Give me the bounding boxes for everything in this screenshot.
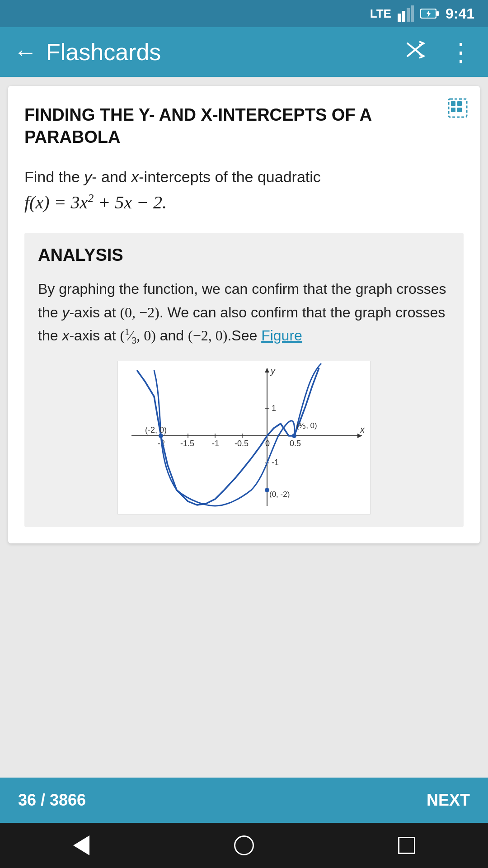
graph-image: -2 -1.5 -1 -0.5 0 0.5 (117, 361, 371, 514)
home-nav-button[interactable] (228, 830, 260, 861)
svg-rect-1 (402, 11, 405, 22)
svg-rect-12 (457, 101, 462, 106)
card-title: FINDING THE Y- AND X-INTERCEPTS OF A PAR… (24, 104, 464, 149)
card-counter: 36 / 3866 (18, 791, 86, 810)
svg-text:0: 0 (265, 439, 270, 448)
svg-text:0.5: 0.5 (290, 439, 301, 448)
svg-point-39 (265, 488, 269, 492)
app-bar-title: Flashcards (46, 38, 407, 66)
home-nav-icon (234, 835, 254, 855)
analysis-box: ANALYSIS By graphing the function, we ca… (24, 233, 464, 527)
bottom-bar: 36 / 3866 NEXT (0, 778, 488, 823)
recent-nav-icon (398, 837, 415, 854)
more-options-icon[interactable]: ⋮ (448, 38, 474, 67)
svg-text:(0, -2): (0, -2) (269, 490, 290, 499)
svg-rect-5 (436, 11, 439, 16)
shuffle-icon[interactable] (407, 40, 430, 65)
nav-bar (0, 823, 488, 868)
app-bar: ← Flashcards ⋮ (0, 27, 488, 77)
shuffle-svg (407, 40, 430, 60)
lte-indicator: LTE (370, 7, 391, 21)
recent-nav-button[interactable] (391, 830, 422, 861)
svg-text:(¹⁄₃, 0): (¹⁄₃, 0) (296, 421, 317, 430)
content-area: FINDING THE Y- AND X-INTERCEPTS OF A PAR… (0, 77, 488, 778)
card-options-button[interactable] (446, 96, 470, 120)
svg-rect-11 (451, 101, 455, 106)
signal-icon (398, 5, 414, 22)
card-question: Find the y- and x-intercepts of the quad… (24, 165, 464, 217)
svg-text:1: 1 (272, 404, 276, 413)
svg-text:-0.5: -0.5 (235, 439, 249, 448)
svg-text:y: y (270, 366, 276, 376)
svg-rect-13 (451, 108, 455, 112)
svg-text:-1: -1 (212, 439, 219, 448)
svg-text:-1: -1 (272, 458, 279, 467)
svg-rect-2 (407, 8, 410, 22)
figure-link[interactable]: Figure (261, 327, 302, 344)
card-icon-svg (447, 98, 468, 118)
svg-rect-0 (398, 14, 401, 22)
svg-text:x: x (360, 425, 365, 434)
svg-text:-1.5: -1.5 (180, 439, 194, 448)
svg-text:(-2, 0): (-2, 0) (145, 425, 167, 434)
svg-point-38 (292, 434, 296, 438)
analysis-text: By graphing the function, we can confirm… (38, 278, 450, 348)
status-time: 9:41 (446, 5, 474, 22)
analysis-title: ANALYSIS (38, 245, 450, 265)
svg-rect-14 (457, 108, 462, 112)
back-nav-button[interactable] (66, 830, 97, 861)
back-nav-icon (73, 835, 89, 855)
svg-marker-18 (265, 368, 269, 373)
battery-icon (420, 7, 439, 20)
next-button[interactable]: NEXT (427, 791, 470, 810)
svg-rect-3 (411, 5, 414, 22)
flashcard: FINDING THE Y- AND X-INTERCEPTS OF A PAR… (8, 86, 480, 543)
status-bar: LTE 9:41 (0, 0, 488, 27)
back-button[interactable]: ← (14, 38, 37, 66)
